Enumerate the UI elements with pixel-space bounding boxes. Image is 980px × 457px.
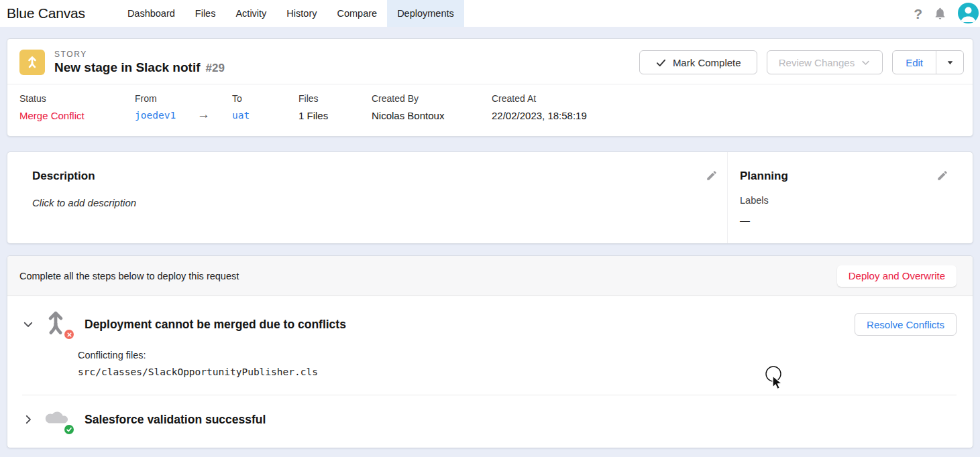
to-label: To: [232, 93, 298, 104]
notifications-bell-icon[interactable]: [933, 7, 947, 21]
story-details-row: Status Merge Conflict From joedev1 → To …: [7, 84, 973, 136]
detail-created-at: Created At 22/02/2023, 18:58:19: [492, 93, 587, 122]
description-heading: Description: [32, 170, 95, 183]
story-title: New stage in Slack notif: [54, 60, 201, 75]
files-label: Files: [298, 93, 372, 104]
deploy-steps-header: Complete all the steps below to deploy t…: [7, 256, 973, 296]
error-badge-icon: [63, 328, 75, 340]
description-placeholder[interactable]: Click to add description: [32, 197, 718, 208]
review-changes-button: Review Changes: [767, 50, 883, 74]
tab-activity[interactable]: Activity: [225, 0, 276, 27]
labels-label: Labels: [740, 195, 948, 206]
conflict-details: Conflicting files: src/classes/SlackOppo…: [78, 339, 957, 395]
top-nav: Blue Canvas Dashboard Files Activity His…: [0, 0, 980, 27]
deploy-steps-card: Complete all the steps below to deploy t…: [7, 255, 973, 448]
story-identity: STORY New stage in Slack notif #29: [19, 50, 225, 75]
detail-status: Status Merge Conflict: [19, 93, 135, 122]
caret-down-icon: [946, 58, 955, 67]
mark-complete-button[interactable]: Mark Complete: [639, 50, 757, 74]
page-content: STORY New stage in Slack notif #29 Mark …: [0, 38, 980, 448]
detail-created-by: Created By Nicolas Bontoux: [372, 93, 492, 122]
review-changes-label: Review Changes: [779, 57, 855, 68]
check-icon: [655, 57, 667, 68]
resolve-conflicts-button[interactable]: Resolve Conflicts: [855, 313, 957, 336]
detail-files: Files 1 Files: [298, 93, 372, 122]
description-planning-card: Description Click to add description Pla…: [7, 151, 973, 244]
edit-planning-pencil-icon[interactable]: [936, 170, 948, 182]
chevron-down-icon: [861, 58, 871, 68]
detail-from: From joedev1: [135, 93, 197, 122]
files-value: 1 Files: [298, 110, 372, 121]
success-badge-icon: [63, 423, 75, 436]
story-merge-icon: [19, 50, 45, 75]
step-salesforce-validation: Salesforce validation successful: [7, 395, 973, 448]
conflicting-file-path: src/classes/SlackOpportunityPublisher.cl…: [78, 367, 957, 377]
status-label: Status: [19, 93, 135, 104]
step-merge-conflict: Deployment cannot be merged due to confl…: [7, 296, 973, 395]
step-title-validation: Salesforce validation successful: [85, 413, 957, 427]
story-meta: STORY New stage in Slack notif #29: [54, 50, 225, 75]
tab-compare[interactable]: Compare: [327, 0, 387, 27]
tab-files[interactable]: Files: [185, 0, 226, 27]
edit-description-pencil-icon[interactable]: [706, 170, 718, 182]
merge-status-icon: [43, 310, 70, 339]
help-icon[interactable]: ?: [914, 7, 922, 21]
story-header-card: STORY New stage in Slack notif #29 Mark …: [7, 38, 973, 137]
chevron-right-icon[interactable]: [22, 413, 34, 426]
created-by-value: Nicolas Bontoux: [372, 110, 492, 121]
story-number: #29: [206, 62, 225, 75]
header-actions: Mark Complete Review Changes Edit: [639, 50, 964, 74]
edit-dropdown-button[interactable]: [936, 51, 963, 74]
conflicting-files-label: Conflicting files:: [78, 350, 957, 361]
arrow-right-icon: →: [197, 107, 232, 122]
planning-panel: Planning Labels —: [727, 152, 973, 243]
nav-right: ?: [914, 4, 980, 23]
labels-value: —: [740, 214, 948, 226]
user-avatar[interactable]: [958, 3, 979, 23]
description-panel: Description Click to add description: [7, 152, 727, 243]
status-value: Merge Conflict: [19, 110, 135, 121]
nav-tabs: Dashboard Files Activity History Compare…: [117, 0, 464, 27]
from-label: From: [135, 93, 197, 104]
tab-dashboard[interactable]: Dashboard: [117, 0, 185, 27]
chevron-down-icon[interactable]: [22, 318, 34, 330]
edit-button[interactable]: Edit: [893, 51, 936, 74]
step-title-conflict: Deployment cannot be merged due to confl…: [85, 318, 855, 332]
person-icon: [958, 3, 979, 23]
created-at-value: 22/02/2023, 18:58:19: [492, 110, 587, 121]
to-branch-link[interactable]: uat: [232, 110, 298, 121]
tab-deployments[interactable]: Deployments: [387, 0, 464, 27]
mark-complete-label: Mark Complete: [673, 57, 741, 68]
planning-heading: Planning: [740, 170, 788, 183]
salesforce-cloud-icon: [43, 407, 70, 432]
deploy-and-overwrite-button[interactable]: Deploy and Overwrite: [837, 265, 957, 287]
brand-logo[interactable]: Blue Canvas: [7, 5, 85, 21]
detail-to: To uat: [232, 93, 298, 122]
detail-arrow: →: [197, 93, 232, 122]
story-head: STORY New stage in Slack notif #29 Mark …: [7, 39, 973, 84]
edit-split-button: Edit: [892, 50, 964, 74]
story-type-label: STORY: [54, 50, 225, 59]
tab-history[interactable]: History: [276, 0, 327, 27]
deploy-instruction: Complete all the steps below to deploy t…: [19, 271, 239, 281]
from-branch-link[interactable]: joedev1: [135, 110, 197, 121]
created-at-label: Created At: [492, 93, 587, 104]
created-by-label: Created By: [372, 93, 492, 104]
